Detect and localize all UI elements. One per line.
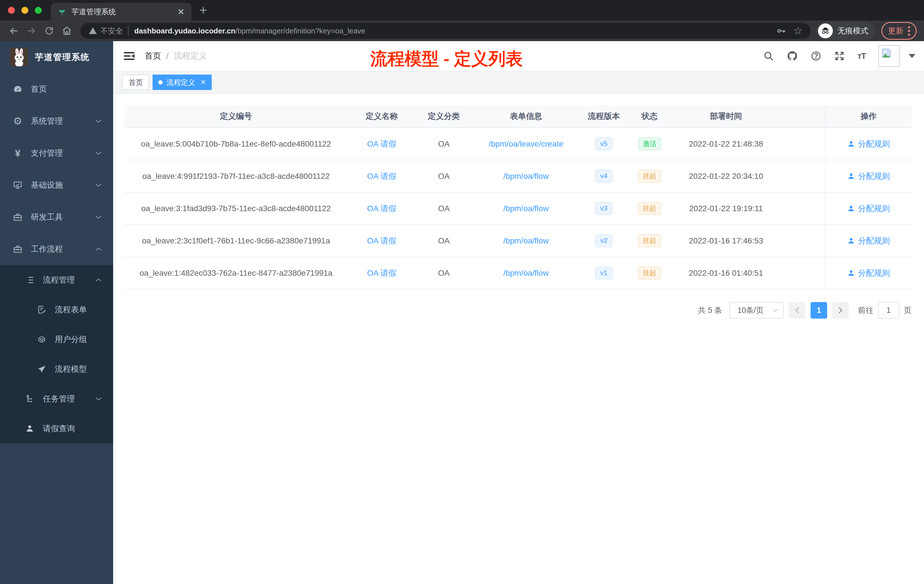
user-icon	[847, 172, 855, 180]
version-badge: v2	[595, 234, 612, 247]
avatar-caret-icon[interactable]	[909, 54, 916, 58]
definition-name-link[interactable]: OA 请假	[367, 171, 396, 182]
workflow-submenu: 流程管理 流程表单 用户分组	[0, 265, 113, 444]
version-badge: v3	[595, 202, 612, 214]
definition-name-link[interactable]: OA 请假	[367, 203, 396, 214]
help-icon[interactable]	[810, 51, 822, 61]
sidebar-item-label: 流程表单	[55, 304, 87, 315]
font-size-icon[interactable]: тT	[858, 51, 866, 61]
yen-icon: ¥	[13, 148, 23, 158]
definition-category: OA	[416, 139, 472, 148]
definition-id: oa_leave:3:1fad3d93-7b75-11ec-a3c8-acde4…	[125, 204, 347, 213]
column-header: 表单信息	[472, 111, 580, 122]
new-tab-button[interactable]: +	[200, 3, 207, 16]
zoom-window-button[interactable]	[35, 7, 42, 14]
browser-menu-dots-icon[interactable]	[908, 26, 910, 36]
next-page-button[interactable]	[832, 302, 849, 318]
minimize-window-button[interactable]	[21, 7, 28, 14]
url-divider	[128, 26, 129, 35]
assign-rule-button[interactable]: 分配规则	[847, 203, 890, 214]
sidebar-item-label: 任务管理	[43, 393, 75, 404]
fixed-column-divider	[825, 105, 826, 289]
sidebar-item-process-form[interactable]: 流程表单	[0, 295, 113, 325]
assign-rule-button[interactable]: 分配规则	[847, 268, 890, 279]
tag-active-dot	[158, 80, 163, 84]
page-size-select[interactable]: 10条/页	[729, 302, 784, 318]
sidebar-item-infra[interactable]: 基础设施	[0, 169, 113, 201]
chevron-up-icon	[96, 278, 102, 282]
tag-label: 流程定义	[167, 78, 195, 87]
assign-rule-button[interactable]: 分配规则	[847, 139, 890, 149]
not-secure-warning-icon[interactable]	[89, 26, 97, 35]
definition-name-link[interactable]: OA 请假	[367, 268, 396, 279]
column-header: 定义名称	[347, 111, 416, 122]
sidebar-item-home[interactable]: 首页	[0, 73, 113, 105]
sidebar-item-user-group[interactable]: 用户分组	[0, 325, 113, 354]
user-icon	[847, 205, 855, 213]
sidebar-item-dev-tools[interactable]: 研发工具	[0, 201, 113, 233]
key-icon[interactable]	[776, 26, 786, 36]
tab-close-icon[interactable]: ✕	[177, 7, 185, 17]
user-icon	[847, 140, 855, 148]
tag-close-icon[interactable]: ✕	[200, 78, 206, 86]
home-icon[interactable]	[61, 25, 73, 37]
reload-icon[interactable]	[43, 25, 55, 37]
close-window-button[interactable]	[8, 7, 15, 14]
sidebar-item-workflow[interactable]: 工作流程	[0, 233, 113, 265]
user-icon	[847, 269, 855, 277]
sidebar-item-label: 流程模型	[55, 364, 87, 374]
column-header: 操作	[826, 111, 911, 122]
sidebar-item-label: 工作流程	[31, 244, 63, 254]
bookmark-star-icon[interactable]: ☆	[794, 26, 803, 36]
browser-tab[interactable]: 芋道管理系统 ✕	[51, 3, 191, 21]
update-button[interactable]: 更新	[881, 22, 917, 40]
breadcrumb-home[interactable]: 首页	[145, 50, 161, 62]
sidebar-item-system[interactable]: ⚙ 系统管理	[0, 105, 113, 137]
search-icon[interactable]	[763, 51, 774, 61]
sidebar-item-label: 支付管理	[31, 148, 63, 158]
sidebar-item-process-mgmt[interactable]: 流程管理	[0, 265, 113, 295]
definition-name-link[interactable]: OA 请假	[367, 236, 396, 246]
tab-title: 芋道管理系统	[71, 7, 175, 17]
org-flow-icon	[25, 394, 35, 403]
forward-icon[interactable]	[25, 25, 38, 37]
main-panel: 流程模型 - 定义列表 首页 / 流程定义	[113, 41, 924, 584]
url-bar[interactable]: 不安全 dashboard.yudao.iocoder.cn/bpm/manag…	[81, 23, 810, 39]
sidebar-item-task-mgmt[interactable]: 任务管理	[0, 384, 113, 414]
version-badge: v4	[595, 170, 612, 182]
form-link[interactable]: /bpm/oa/flow	[503, 172, 549, 181]
list-tree-icon	[25, 276, 35, 285]
goto-page-input[interactable]: 1	[878, 302, 899, 318]
fullscreen-icon[interactable]	[834, 51, 845, 61]
sidebar-item-leave-query[interactable]: 请假查询	[0, 414, 113, 444]
toolbox-icon	[13, 244, 23, 254]
sidebar-item-label: 首页	[31, 84, 47, 94]
back-icon[interactable]	[7, 25, 20, 37]
definition-name-link[interactable]: OA 请假	[367, 139, 396, 149]
github-icon[interactable]	[787, 50, 798, 62]
chevron-right-icon	[838, 307, 843, 314]
incognito-label: 无痕模式	[837, 26, 868, 36]
assign-rule-button[interactable]: 分配规则	[847, 236, 890, 246]
assign-rule-button[interactable]: 分配规则	[847, 171, 890, 182]
prev-page-button[interactable]	[789, 302, 805, 318]
tag-process-definition[interactable]: 流程定义 ✕	[153, 74, 212, 90]
status-badge: 挂起	[638, 267, 661, 279]
sidebar-logo-row[interactable]: 芋道管理系统	[0, 41, 113, 73]
sidebar-fold-icon[interactable]	[124, 51, 135, 61]
form-link[interactable]: /bpm/oa/flow	[503, 236, 549, 246]
pagination: 共 5 条 10条/页 1 前往 1 页	[125, 302, 911, 318]
form-link[interactable]: /bpm/oa/leave/create	[488, 139, 563, 148]
form-link[interactable]: /bpm/oa/flow	[503, 204, 549, 213]
user-icon	[847, 237, 855, 245]
tag-home[interactable]: 首页	[122, 74, 149, 90]
deploy-time: 2022-01-22 20:34:10	[672, 172, 780, 181]
avatar[interactable]	[878, 45, 900, 67]
sidebar-item-process-model[interactable]: 流程模型	[0, 354, 113, 384]
sidebar-item-label: 基础设施	[31, 180, 63, 191]
page-number-button[interactable]: 1	[810, 302, 827, 318]
assign-rule-label: 分配规则	[858, 236, 890, 246]
sidebar-item-payment[interactable]: ¥ 支付管理	[0, 137, 113, 169]
form-link[interactable]: /bpm/oa/flow	[503, 269, 549, 278]
paper-plane-icon	[36, 365, 47, 374]
